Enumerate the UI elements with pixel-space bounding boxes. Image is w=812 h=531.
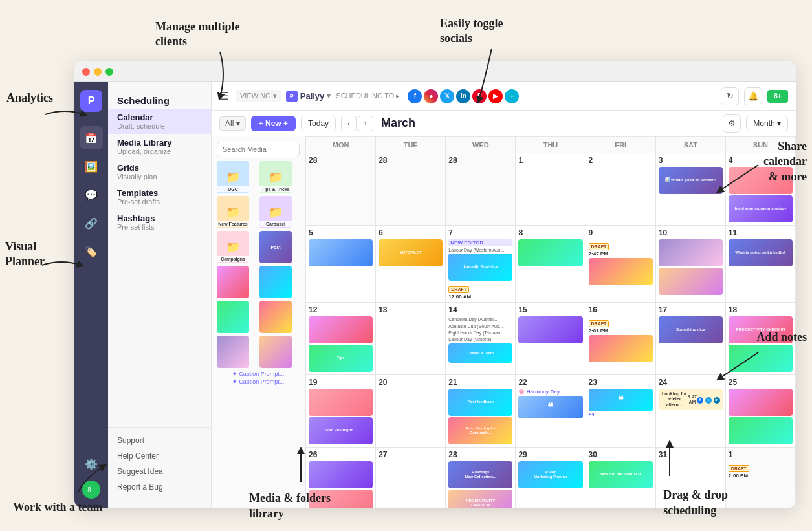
list-item[interactable]: Post feedback [448, 389, 512, 416]
list-item[interactable]: PRODUCTIVITY CHECK IN [729, 316, 793, 343]
facebook-icon[interactable]: f [408, 89, 422, 103]
minimize-dot[interactable] [94, 68, 102, 76]
today-button[interactable]: Today [301, 116, 336, 131]
sidebar-item-bug[interactable]: Report a Bug [108, 479, 211, 495]
media-folder-tips[interactable]: 📁 Tips & Tricks [259, 161, 292, 193]
sidebar-icon-tag[interactable]: 🏷️ [80, 240, 103, 263]
list-item[interactable]: 📊 What's good on Twitter? [659, 167, 723, 194]
table-row[interactable]: 15 [516, 303, 586, 375]
list-item[interactable] [309, 239, 373, 266]
media-thumb-7[interactable] [259, 336, 292, 368]
table-row[interactable]: 30 Thanks to the team at B... [586, 448, 656, 508]
table-row[interactable]: 7 NEW EDITOR Labour Day (Western Aus... … [446, 226, 516, 303]
hamburger-icon[interactable]: ☰ [219, 90, 228, 102]
linkedin-icon[interactable]: in [456, 89, 470, 103]
sidebar-icon-settings[interactable]: ⚙️ [80, 452, 103, 475]
pinterest-icon[interactable]: P [472, 89, 487, 103]
list-item[interactable] [309, 490, 373, 508]
list-item[interactable] [659, 239, 723, 266]
list-item[interactable] [518, 316, 582, 343]
list-item[interactable] [309, 316, 373, 343]
extra-social-icon[interactable]: + [505, 89, 519, 103]
youtube-icon[interactable]: ▶ [488, 89, 503, 103]
media-folder-carousel[interactable]: 📁 Carousel [259, 196, 292, 228]
table-row[interactable]: 28 [376, 153, 446, 226]
refresh-button[interactable]: ↻ [721, 87, 739, 105]
list-item[interactable]: Thanks to the team at B... [589, 461, 653, 488]
table-row[interactable]: 27 [376, 448, 446, 508]
list-item[interactable] [309, 461, 373, 488]
table-row[interactable]: 13 [376, 303, 446, 375]
table-row[interactable]: 24 Looking for a·leter altern... 9:47 AM… [656, 375, 726, 448]
list-item[interactable]: PRODUCTIVITYCHECK IN [448, 490, 512, 508]
prev-month-button[interactable]: ‹ [341, 116, 357, 131]
list-item[interactable]: Looking for a·leter altern... 9:47 AM f … [659, 389, 723, 410]
twitter-icon[interactable]: 𝕏 [440, 89, 454, 103]
filter-button[interactable]: All ▾ [219, 116, 246, 131]
list-item[interactable] [309, 389, 373, 416]
table-row[interactable]: 21 Post feedback Auto Posting forCarouse… [446, 375, 516, 448]
close-dot[interactable] [82, 68, 90, 76]
media-folder-features[interactable]: 📁 New Features [217, 196, 249, 228]
next-month-button[interactable]: › [358, 116, 373, 131]
viewing-label[interactable]: VIEWING ▾ [236, 90, 281, 102]
new-post-button[interactable]: + New + [251, 116, 296, 131]
table-row[interactable]: 19 Solo Posting to... [306, 375, 376, 448]
table-row[interactable]: 25 [726, 375, 796, 448]
list-item[interactable]: HashtagsNew Collection... [448, 461, 512, 488]
list-item[interactable] [589, 258, 653, 285]
table-row[interactable]: 26 [306, 448, 376, 508]
media-folder-ugc[interactable]: 📁 UGC [217, 161, 249, 193]
table-row[interactable]: 28 [306, 153, 376, 226]
media-folder-campaigns[interactable]: 📁 Campaigns [217, 231, 249, 263]
list-item[interactable] [729, 389, 793, 416]
list-item[interactable]: build your morning strategy [729, 195, 793, 222]
media-thumb-6[interactable] [217, 336, 249, 368]
table-row[interactable]: 22 🌸 Harmony Day ❝ [516, 375, 586, 448]
table-row[interactable]: 12 Tips [306, 303, 376, 375]
sidebar-item-support[interactable]: Support [108, 433, 211, 448]
instagram-icon[interactable]: ● [424, 89, 438, 103]
month-view-button[interactable]: Month ▾ [746, 116, 788, 131]
search-media-input[interactable] [217, 142, 300, 157]
table-row[interactable]: 23 ❝ +4 [586, 375, 656, 448]
calendar-settings-button[interactable]: ⚙ [723, 114, 741, 133]
list-item[interactable]: ❝ [589, 389, 653, 411]
sidebar-item-templates[interactable]: Templates Pre-set drafts [108, 184, 211, 210]
table-row[interactable]: 8 [516, 226, 586, 303]
table-row[interactable]: 4 build your morning strategy [726, 153, 796, 226]
table-row[interactable]: 3 📊 What's good on Twitter? [656, 153, 726, 226]
sidebar-icon-calendar[interactable]: 📅 [80, 126, 103, 149]
list-item[interactable]: Tips [309, 345, 373, 372]
list-item[interactable]: Auto Posting forCarousels... [448, 417, 512, 444]
list-item[interactable] [729, 417, 793, 444]
table-row[interactable]: 1 DRAFT 2:00 PM [726, 448, 796, 508]
sidebar-item-hashtags[interactable]: Hashtags Pre-set lists [108, 210, 211, 235]
list-item[interactable]: Something nice [659, 316, 723, 343]
table-row[interactable]: 1 [516, 153, 586, 226]
table-row[interactable]: 6 AUTOPILOT [376, 226, 446, 303]
media-thumb-3[interactable] [259, 266, 292, 298]
app-logo[interactable]: P [80, 90, 102, 112]
table-row[interactable]: 18 PRODUCTIVITY CHECK IN [726, 303, 796, 375]
table-row[interactable]: 2 [586, 153, 656, 226]
sidebar-item-help[interactable]: Help Center [108, 448, 211, 464]
sidebar-item-grids[interactable]: Grids Visually plan [108, 159, 211, 184]
list-item[interactable]: Create a Team [448, 343, 512, 363]
sidebar-icon-link[interactable]: 🔗 [80, 211, 103, 235]
table-row[interactable]: 14 Canberra Day (Austral... Adelaide Cup… [446, 303, 516, 375]
table-row[interactable]: 28 [446, 153, 516, 226]
sidebar-icon-user[interactable]: 8+ [82, 481, 100, 499]
sidebar-item-calendar[interactable]: Calendar Draft, schedule [108, 109, 211, 134]
sidebar-item-media-library[interactable]: Media Library Upload, organize [108, 134, 211, 159]
sidebar-icon-media[interactable]: 🖼️ [80, 155, 103, 178]
bell-button[interactable]: 🔔 [744, 87, 762, 105]
table-row[interactable]: 31 [656, 448, 726, 508]
list-item[interactable] [518, 239, 582, 266]
media-thumb-1[interactable]: Post [259, 231, 292, 263]
sidebar-item-suggest[interactable]: Suggest Idea [108, 464, 211, 479]
list-item[interactable]: Solo Posting to... [309, 417, 373, 444]
list-item[interactable]: What is going on LinkedIn? [729, 239, 793, 266]
media-thumb-4[interactable] [217, 301, 249, 333]
list-item[interactable] [729, 167, 793, 194]
